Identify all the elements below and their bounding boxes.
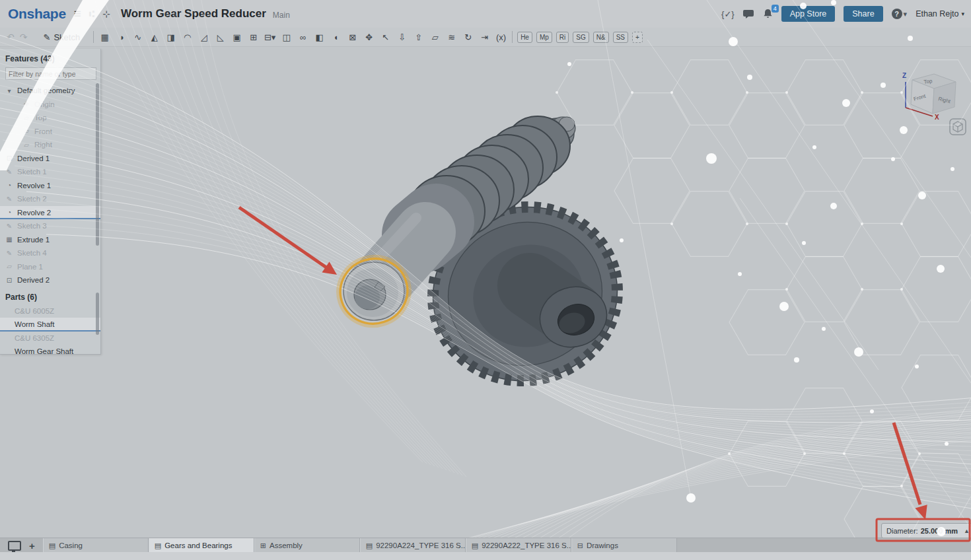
feature-item-label: Front <box>34 127 52 135</box>
sketch-button[interactable]: ✎ Sketch <box>39 32 84 43</box>
feature-item-label: Extrude 1 <box>17 236 50 244</box>
chamfer-icon[interactable]: ◿ <box>196 30 212 44</box>
feature-item-label: Origin <box>34 100 55 108</box>
plane-icon[interactable]: ▱ <box>427 30 443 44</box>
feature-filter-input[interactable] <box>5 67 96 80</box>
measure-value: 25.000 mm <box>921 527 958 535</box>
tab-bar: + ▤ Casing ▤ Gears and Bearings ⊞ Assemb… <box>0 538 971 553</box>
add-custom-feature-button[interactable]: + <box>632 32 643 43</box>
main-menu-icon[interactable]: ≡ <box>74 7 81 21</box>
loft-icon[interactable]: ◭ <box>146 30 162 44</box>
sweep-icon[interactable]: ∿ <box>129 30 146 44</box>
feature-item[interactable]: ▦ Extrude 1 <box>0 233 100 247</box>
custom-feature-button[interactable]: Ri <box>556 32 569 43</box>
undo-icon[interactable]: ↶ <box>7 32 15 42</box>
part-item-label: C&U 6005Z <box>15 307 54 315</box>
feature-item-label: Derived 1 <box>17 155 50 162</box>
shell-icon[interactable]: ▣ <box>229 30 245 44</box>
insert-icon[interactable]: ⊹ <box>102 9 110 19</box>
user-menu[interactable]: Ethan Rejto▾ <box>916 9 964 18</box>
part-item-label: Worm Gear Shaft <box>15 347 73 355</box>
feature-item[interactable]: ◔ Revolve 2 <box>0 206 100 220</box>
feature-item[interactable]: ⊡ Derived 2 <box>0 273 100 287</box>
split-icon[interactable]: ◧ <box>311 30 328 44</box>
title-bar: Onshape ≡ ⑆ ⊹ Worm Gear Speed Reducer Ma… <box>0 0 971 28</box>
curve-icon[interactable]: ≋ <box>443 30 460 44</box>
feature-item[interactable]: ✚ Origin <box>0 98 100 112</box>
part-item[interactable]: Worm Gear Shaft <box>0 345 100 359</box>
feature-item-label: Top <box>34 114 47 122</box>
tab-label: Assembly <box>270 542 303 549</box>
modify-fillet-icon[interactable]: ◖ <box>328 30 344 44</box>
part-item[interactable]: Worm Shaft <box>0 318 100 332</box>
move-face-icon[interactable]: ↖ <box>377 30 394 44</box>
mirror-icon[interactable]: ◫ <box>278 30 295 44</box>
feature-item[interactable]: ▾ Default geometry <box>0 84 100 98</box>
custom-feature-button[interactable]: N& <box>593 32 609 43</box>
feature-item[interactable]: ◔ Revolve 1 <box>0 179 100 193</box>
transform-icon[interactable]: ✥ <box>361 30 377 44</box>
tab-manager-icon[interactable] <box>8 541 21 551</box>
featurescript-icon[interactable]: {✓} <box>721 9 735 19</box>
feature-item[interactable]: ▱ Front <box>0 125 100 139</box>
features-scrollbar[interactable] <box>96 83 99 246</box>
variable-icon[interactable]: (x) <box>493 30 509 44</box>
help-menu[interactable]: ?▾ <box>892 9 908 19</box>
revolve-icon[interactable]: ◑ <box>113 30 129 44</box>
helix-icon[interactable]: ↻ <box>460 30 476 44</box>
feature-item[interactable]: ✎ Sketch 3 <box>0 219 100 233</box>
export-icon[interactable]: ⇧ <box>410 30 427 44</box>
custom-feature-button[interactable]: He <box>517 32 532 43</box>
boolean-icon[interactable]: ∞ <box>295 30 311 44</box>
delete-part-icon[interactable]: ⊠ <box>344 30 361 44</box>
custom-feature-button[interactable]: Mp <box>536 32 552 43</box>
document-tab[interactable]: ▤ Casing <box>43 538 149 553</box>
measure-bar[interactable]: Diameter: 25.000 mm ▲ <box>881 523 971 538</box>
part-item-label: C&U 6305Z <box>15 334 54 342</box>
draft-icon[interactable]: ◺ <box>212 30 229 44</box>
linear-pattern-icon[interactable]: ⊞ <box>245 30 262 44</box>
feature-item[interactable]: ✎ Sketch 4 <box>0 246 100 260</box>
document-tab[interactable]: ▤ 92290A222_TYPE 316 S... <box>466 538 571 553</box>
3d-viewport[interactable] <box>0 0 971 560</box>
extrude-icon[interactable]: ▦ <box>96 30 113 44</box>
feature-item[interactable]: ▱ Top <box>0 111 100 125</box>
app-store-button[interactable]: App Store <box>781 6 836 22</box>
document-tab[interactable]: ⊟ Drawings <box>571 538 677 553</box>
feature-item[interactable]: ✎ Sketch 2 <box>0 192 100 206</box>
redo-icon[interactable]: ↷ <box>20 32 28 42</box>
fillet-icon[interactable]: ◠ <box>179 30 196 44</box>
tab-type-icon: ⊞ <box>260 542 266 550</box>
document-tab[interactable]: ▤ 92290A224_TYPE 316 S... <box>360 538 466 553</box>
notifications-icon[interactable]: 4 <box>763 9 773 19</box>
custom-feature-button[interactable]: SG <box>573 32 589 43</box>
feature-item[interactable]: ⊡ Derived 1 <box>0 152 100 166</box>
tab-label: Casing <box>59 542 83 549</box>
project-curve-icon[interactable]: ⇥ <box>476 30 493 44</box>
feature-item-label: Right <box>34 141 52 149</box>
import-icon[interactable]: ⇩ <box>394 30 410 44</box>
thicken-icon[interactable]: ◨ <box>162 30 179 44</box>
versions-icon[interactable]: ⑆ <box>89 9 94 19</box>
user-name: Ethan Rejto <box>916 9 958 18</box>
document-tab[interactable]: ⊞ Assembly <box>254 538 360 553</box>
onshape-logo[interactable]: Onshape <box>8 6 66 22</box>
feature-item-label: Sketch 3 <box>17 222 47 230</box>
onshape-app: Top Front Right Z X Onshape ≡ ⑆ ⊹ Worm G… <box>0 0 971 560</box>
feature-item[interactable]: ▱ Right <box>0 138 100 152</box>
share-button[interactable]: Share <box>844 6 882 22</box>
part-item[interactable]: C&U 6305Z <box>0 332 100 345</box>
part-item[interactable]: C&U 6005Z <box>0 304 100 318</box>
feature-item-label: Default geometry <box>17 87 75 94</box>
custom-feature-button[interactable]: SS <box>613 32 628 43</box>
add-tab-button[interactable]: + <box>29 540 35 551</box>
branch-label[interactable]: Main <box>273 11 290 20</box>
feature-item[interactable]: ✎ Sketch 1 <box>0 165 100 179</box>
feature-item[interactable]: ▱ Plane 1 <box>0 260 100 274</box>
comment-icon[interactable] <box>743 9 754 19</box>
expand-measure-icon[interactable]: ▲ <box>964 528 970 534</box>
document-tab[interactable]: ▤ Gears and Bearings <box>149 538 254 553</box>
pattern-dropdown-icon[interactable]: ⊟▾ <box>262 30 278 44</box>
parts-header: Parts (6) <box>0 287 100 304</box>
parts-scrollbar[interactable] <box>96 293 99 335</box>
